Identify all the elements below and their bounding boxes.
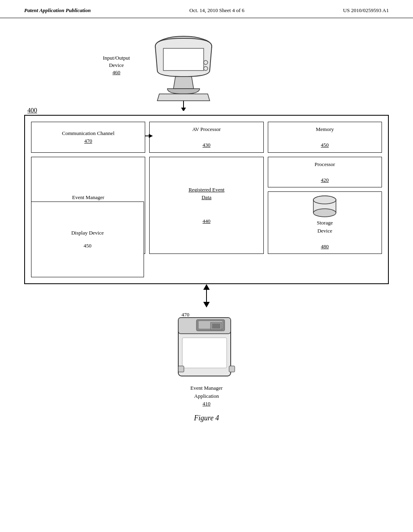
arrow-head-down [203, 302, 210, 308]
display-device-number: 450 [83, 243, 92, 249]
comm-channel-label: Communication Channel470 [62, 129, 114, 145]
floppy-event-number: 410 [202, 401, 211, 407]
cylinder-svg [313, 195, 337, 217]
svg-marker-5 [181, 108, 186, 111]
header-center: Oct. 14, 2010 Sheet 4 of 6 [190, 7, 244, 14]
main-box-number: 400 [27, 107, 37, 114]
floppy-svg [174, 310, 239, 382]
monitor-illustration [139, 34, 220, 112]
patent-header: Patent Application Publication Oct. 14, … [0, 0, 413, 18]
floppy-event-manager-label: Event ManagerApplication410 [190, 385, 223, 407]
memory-box: Memory 450 [268, 122, 382, 153]
arrow-head-up [203, 284, 210, 290]
processor-box: Processor 420 [268, 157, 382, 188]
svg-point-13 [313, 196, 336, 204]
av-processor-label: AV Processor [192, 125, 221, 133]
storage-device-box: StorageDevice 480 [268, 191, 382, 254]
figure-label: Figure 4 [194, 414, 219, 422]
svg-rect-18 [182, 338, 227, 368]
monitor-label: Input/OutputDevice460 [103, 54, 130, 77]
figure-caption: Figure 4 [194, 414, 219, 422]
right-column: Processor 420 [268, 157, 382, 254]
floppy-app-label: Event ManagerApplication410 [190, 384, 223, 408]
main-system-container: 400 Communication Channel470 [24, 115, 389, 284]
storage-device-label: StorageDevice [317, 219, 333, 235]
registered-event-number: 440 [202, 217, 211, 225]
arrow-right-svg [145, 133, 154, 140]
processor-label: Processor [315, 160, 335, 168]
comm-channel-arrow [145, 133, 154, 142]
storage-device-number: 480 [321, 243, 329, 251]
svg-rect-22 [212, 324, 220, 328]
floppy-section: 470 Event ManagerApplication410 Figure 4 [24, 310, 389, 422]
svg-rect-19 [178, 366, 184, 372]
header-left: Patent Application Publication [24, 7, 91, 14]
vertical-arrow-section [24, 284, 389, 308]
comm-channel-box: Communication Channel470 [31, 122, 145, 153]
display-device-box: Display Device 450 [31, 202, 144, 277]
registered-event-box: Registered EventData 440 [149, 157, 263, 254]
bidirectional-arrow [203, 284, 210, 308]
monitor-section: Input/OutputDevice460 [24, 30, 389, 119]
av-processor-number: 430 [202, 141, 211, 149]
registered-event-label: Registered EventData [188, 186, 224, 202]
floppy-container: 470 [174, 310, 239, 382]
display-device-label: Display Device [71, 230, 104, 236]
io-device-number: 460 [113, 69, 121, 75]
io-device-label: Input/OutputDevice460 [103, 55, 130, 75]
header-right: US 2010/0259593 A1 [343, 7, 389, 14]
floppy-number: 470 [181, 312, 190, 318]
processor-number: 420 [321, 176, 329, 184]
comm-channel-number: 470 [84, 138, 92, 144]
svg-point-12 [313, 209, 336, 217]
av-processor-box: AV Processor 430 [149, 122, 263, 153]
arrow-shaft [206, 290, 207, 302]
svg-rect-1 [163, 48, 204, 71]
main-box: Communication Channel470 AV Processor 43… [24, 115, 389, 284]
top-row: Communication Channel470 AV Processor 43… [25, 116, 388, 155]
floppy-number-label: 470 [181, 312, 190, 318]
memory-label: Memory [316, 125, 334, 133]
monitor-svg [139, 34, 220, 111]
svg-rect-20 [229, 366, 235, 372]
diagram-area: Input/OutputDevice460 [0, 30, 413, 422]
memory-number: 450 [321, 141, 329, 149]
svg-marker-7 [149, 134, 153, 138]
